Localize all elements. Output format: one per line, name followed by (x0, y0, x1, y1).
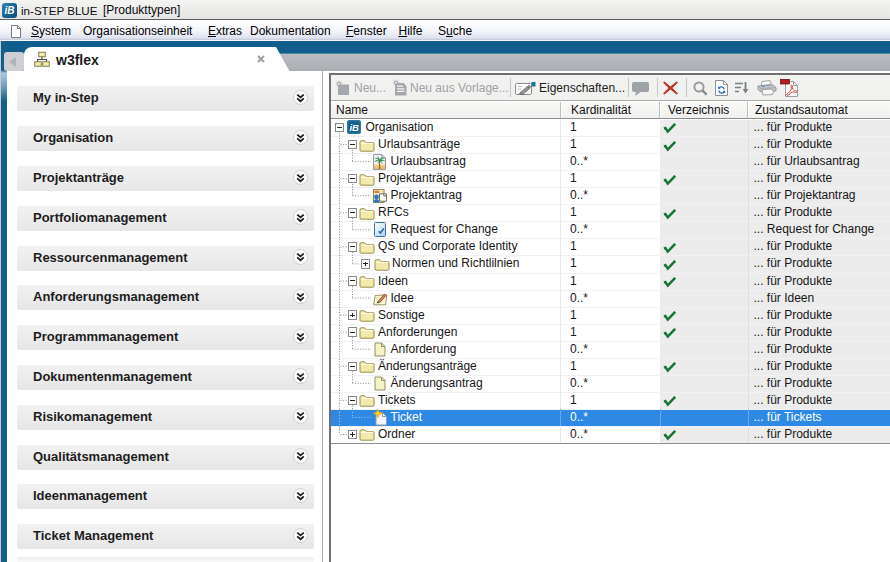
svg-text:iB: iB (349, 122, 359, 133)
